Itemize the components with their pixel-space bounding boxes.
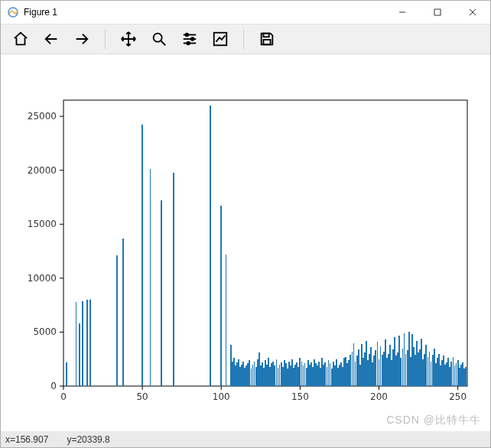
svg-rect-146 [372, 362, 373, 386]
svg-rect-14 [263, 34, 268, 37]
svg-rect-189 [440, 365, 441, 386]
svg-rect-202 [460, 365, 462, 386]
svg-rect-41 [66, 362, 67, 386]
svg-rect-100 [299, 358, 301, 386]
arrow-right-icon [73, 31, 90, 47]
forward-button[interactable] [68, 25, 96, 53]
pan-button[interactable] [115, 25, 142, 53]
svg-text:0: 0 [60, 391, 67, 402]
svg-rect-153 [383, 352, 385, 386]
svg-rect-182 [429, 352, 431, 386]
svg-rect-145 [370, 347, 372, 386]
svg-rect-147 [373, 356, 375, 387]
close-button[interactable] [455, 1, 490, 24]
zoom-button[interactable] [145, 25, 173, 53]
svg-rect-15 [263, 40, 270, 44]
svg-rect-183 [431, 362, 432, 386]
svg-rect-201 [459, 368, 460, 386]
svg-rect-180 [425, 345, 427, 386]
svg-text:0: 0 [50, 381, 57, 391]
figure-canvas[interactable]: 0501001502002500500010000150002000025000 [1, 54, 490, 431]
svg-rect-185 [434, 349, 435, 386]
back-button[interactable] [37, 25, 65, 53]
svg-rect-142 [366, 341, 367, 386]
svg-rect-186 [435, 363, 437, 386]
svg-rect-158 [391, 360, 392, 386]
svg-rect-75 [260, 365, 262, 386]
toolbar [1, 24, 490, 54]
status-x: x=156.907 [5, 434, 48, 445]
configure-subplots-button[interactable] [176, 25, 203, 53]
svg-rect-103 [304, 363, 306, 386]
svg-rect-94 [290, 365, 291, 386]
svg-rect-127 [342, 367, 343, 386]
plot-svg: 0501001502002500500010000150002000025000 [1, 54, 490, 429]
svg-rect-69 [251, 368, 252, 386]
svg-rect-156 [388, 354, 389, 386]
svg-rect-58 [233, 358, 235, 386]
status-bar: x=156.907 y=20339.8 [1, 431, 490, 447]
svg-rect-52 [173, 173, 174, 386]
svg-rect-60 [236, 362, 238, 386]
svg-rect-164 [400, 358, 402, 386]
svg-rect-160 [394, 338, 395, 387]
svg-rect-85 [276, 359, 278, 386]
svg-rect-175 [418, 352, 419, 386]
titlebar: Figure 1 [1, 1, 490, 24]
svg-rect-161 [395, 356, 397, 387]
svg-rect-43 [79, 323, 80, 386]
svg-rect-109 [314, 359, 315, 386]
svg-rect-122 [334, 365, 336, 386]
svg-rect-56 [230, 345, 232, 386]
maximize-button[interactable] [420, 1, 455, 24]
svg-point-11 [191, 37, 194, 41]
svg-rect-72 [255, 367, 257, 386]
svg-rect-199 [456, 363, 457, 386]
svg-rect-151 [380, 346, 382, 386]
svg-rect-121 [333, 362, 334, 386]
svg-rect-152 [382, 355, 383, 386]
svg-rect-168 [407, 350, 408, 386]
svg-text:250: 250 [449, 391, 467, 402]
svg-point-10 [186, 34, 189, 37]
svg-rect-123 [336, 359, 337, 386]
svg-text:5000: 5000 [33, 326, 57, 337]
svg-rect-102 [303, 365, 304, 386]
svg-rect-169 [408, 332, 410, 386]
svg-rect-71 [254, 362, 255, 386]
svg-rect-57 [232, 362, 233, 386]
svg-rect-141 [364, 352, 366, 386]
home-button[interactable] [7, 25, 34, 53]
minimize-button[interactable] [385, 1, 420, 24]
move-icon [120, 31, 137, 47]
svg-rect-162 [397, 352, 398, 386]
svg-rect-143 [367, 360, 369, 386]
svg-rect-203 [462, 362, 463, 386]
svg-rect-73 [257, 359, 259, 386]
home-icon [12, 31, 29, 47]
svg-rect-88 [281, 362, 282, 386]
svg-rect-159 [392, 349, 394, 386]
svg-rect-42 [76, 302, 77, 386]
svg-rect-198 [454, 365, 456, 386]
svg-rect-140 [363, 358, 364, 386]
svg-rect-93 [288, 362, 290, 386]
app-icon [7, 6, 19, 18]
svg-rect-173 [415, 355, 416, 386]
svg-rect-200 [457, 360, 459, 386]
svg-rect-178 [422, 359, 424, 386]
svg-rect-61 [238, 359, 239, 386]
svg-line-6 [161, 41, 166, 46]
svg-rect-205 [465, 367, 467, 386]
svg-rect-131 [348, 360, 350, 386]
save-button[interactable] [253, 25, 281, 53]
svg-rect-112 [318, 362, 320, 386]
svg-rect-190 [441, 360, 443, 386]
svg-rect-62 [239, 367, 241, 386]
edit-axis-button[interactable] [206, 25, 234, 53]
svg-rect-170 [410, 357, 411, 386]
toolbar-separator [105, 29, 106, 49]
svg-rect-2 [434, 9, 441, 15]
svg-rect-135 [355, 362, 356, 386]
svg-rect-114 [321, 358, 323, 386]
